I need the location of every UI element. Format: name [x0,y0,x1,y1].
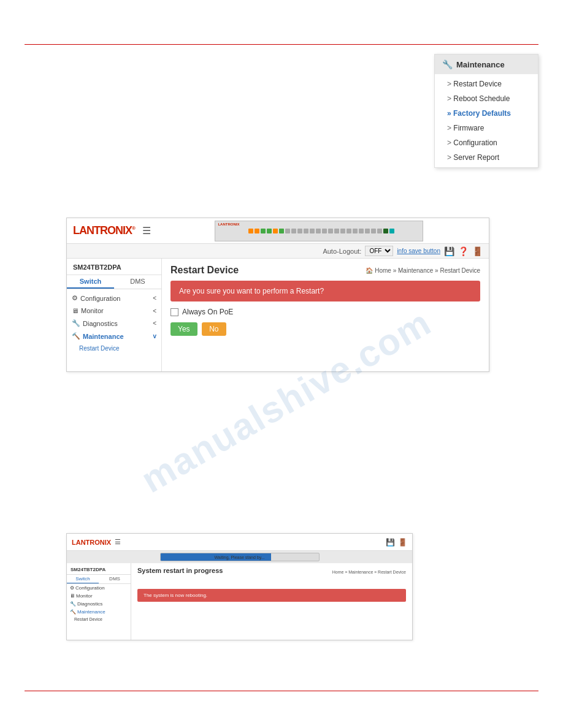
port-15 [334,229,339,233]
ss2-hamburger-icon[interactable]: ☰ [115,538,121,546]
auto-logout-select[interactable]: OFF [365,246,393,256]
top-divider [25,44,538,45]
maintenance-item-configuration[interactable]: Configuration [435,135,538,150]
port-11 [310,229,315,233]
ss2-save-icon[interactable]: 💾 [386,538,395,547]
info-save-button-link[interactable]: info save button [397,248,440,254]
action-buttons: Yes No [170,322,480,336]
device-screenshot-main: LANTRONIX® ☰ LANTRONIX [66,218,489,372]
tab-dms[interactable]: DMS [114,275,161,289]
diagnostics-icon: 🔧 [72,319,80,327]
tab-switch[interactable]: Switch [67,275,114,289]
panel-brand: LANTRONIX [218,222,239,226]
ss2-menu-configuration[interactable]: ⚙ Configuration [67,584,131,592]
always-on-poe-row: Always On PoE [170,308,480,316]
breadcrumb: 🏠 Home » Maintenance » Restart Device [366,267,480,274]
maintenance-item-factory-defaults[interactable]: Factory Defaults [435,106,538,121]
device-screenshot-restart: LANTRONIX ☰ 💾 🚪 Waiting, Please stand by… [66,533,413,640]
sidebar-item-maintenance[interactable]: 🔨 Maintenance v [67,330,161,343]
ss2-menu-restart-device[interactable]: Restart Device [67,616,131,623]
port-14 [328,229,333,233]
port-13 [322,229,327,233]
ss2-logo: LANTRONIX [72,539,111,546]
wrench-icon: 🔧 [442,59,453,69]
hamburger-icon[interactable]: ☰ [142,225,151,237]
auto-logout-bar: Auto-Logout: OFF info save button 💾 ❓ 🚪 [67,244,489,259]
diagnostics-chevron: < [153,320,156,327]
device-model-name: SM24TBT2DPA [67,261,161,275]
port-21 [371,229,376,233]
bottom-divider [25,691,538,691]
config-icon: ⚙ [72,294,78,302]
ss2-diag-icon: 🔧 [70,601,76,607]
ss2-logout-icon[interactable]: 🚪 [398,538,407,547]
port-8 [291,229,296,233]
diagnostics-label: Diagnostics [83,320,118,327]
port-5 [273,229,278,233]
ss2-model-name: SM24TBT2DPA [67,565,131,575]
maintenance-label: Maintenance [83,333,124,340]
ss2-menu-monitor[interactable]: 🖥 Monitor [67,592,131,600]
monitor-icon: 🖥 [72,307,79,314]
ss2-config-icon: ⚙ [70,585,74,591]
maintenance-item-restart-device[interactable]: Restart Device [435,77,538,91]
yes-button[interactable]: Yes [170,322,197,336]
maintenance-item-reboot-schedule[interactable]: Reboot Schedule [435,91,538,106]
ss2-maint-icon: 🔨 [70,609,76,615]
ss2-main: System restart in progress Home » Mainte… [131,563,412,640]
sidebar-item-monitor[interactable]: 🖥 Monitor < [67,305,161,317]
port-3 [261,229,266,233]
ss2-menu-diagnostics[interactable]: 🔧 Diagnostics [67,600,131,608]
port-22 [377,229,382,233]
config-label: Configuration [80,295,120,302]
device-panel-area: LANTRONIX [156,218,483,243]
logout-icon[interactable]: 🚪 [472,246,483,256]
save-icon[interactable]: 💾 [444,246,454,256]
port-12 [316,229,321,233]
port-24 [389,229,394,233]
ss2-title-row: System restart in progress Home » Mainte… [137,567,406,577]
header-icons: 💾 ❓ 🚪 [444,246,483,256]
always-on-poe-checkbox[interactable] [170,308,178,316]
device-header: LANTRONIX® ☰ LANTRONIX [67,218,489,244]
sidebar-item-diagnostics[interactable]: 🔧 Diagnostics < [67,317,161,330]
port-2 [255,229,259,233]
ss2-progress-label: Waiting, Please stand by... [161,553,319,561]
port-6 [279,229,284,233]
maintenance-item-firmware[interactable]: Firmware [435,121,538,135]
page-title: Restart Device [170,265,239,276]
device-body: SM24TBT2DPA Switch DMS ⚙ Configuration <… [67,259,489,371]
port-1 [248,229,253,233]
sidebar-tabs: Switch DMS [67,275,161,289]
maintenance-item-server-report[interactable]: Server Report [435,150,538,165]
ss2-tabs: Switch DMS [67,575,131,584]
sidebar-menu: ⚙ Configuration < 🖥 Monitor < 🔧 Diagnost… [67,289,161,357]
sidebar-item-configuration[interactable]: ⚙ Configuration < [67,292,161,305]
panel-ports [248,229,394,233]
page-title-row: Restart Device 🏠 Home » Maintenance » Re… [170,265,480,276]
ss2-tab-switch[interactable]: Switch [67,575,99,583]
ss2-menu-maintenance[interactable]: 🔨 Maintenance [67,608,131,616]
ss2-header-icons: 💾 🚪 [386,538,407,547]
ss2-header: LANTRONIX ☰ 💾 🚪 [67,534,412,551]
port-7 [285,229,290,233]
ss2-sidebar: SM24TBT2DPA Switch DMS ⚙ Configuration 🖥… [67,563,131,640]
ss2-tab-dms[interactable]: DMS [99,575,131,583]
lantronix-logo: LANTRONIX® [73,224,135,237]
ss2-progress-bar: Waiting, Please stand by... [160,553,320,561]
sidebar-item-restart-device[interactable]: Restart Device [67,343,161,354]
port-20 [365,229,370,233]
ss2-progress-area: Waiting, Please stand by... [67,551,412,563]
maintenance-panel-list: Restart Device Reboot Schedule Factory D… [435,74,538,167]
no-button[interactable]: No [202,322,226,336]
restart-alert: Are you sure you want to perform a Resta… [170,281,480,301]
monitor-label: Monitor [81,307,104,314]
port-10 [304,229,308,233]
ss2-body: SM24TBT2DPA Switch DMS ⚙ Configuration 🖥… [67,563,412,640]
config-chevron: < [153,295,156,301]
help-icon[interactable]: ❓ [458,246,469,256]
monitor-chevron: < [153,308,156,314]
port-17 [347,229,351,233]
maintenance-panel-title: Maintenance [456,60,505,69]
maintenance-icon: 🔨 [72,332,80,340]
